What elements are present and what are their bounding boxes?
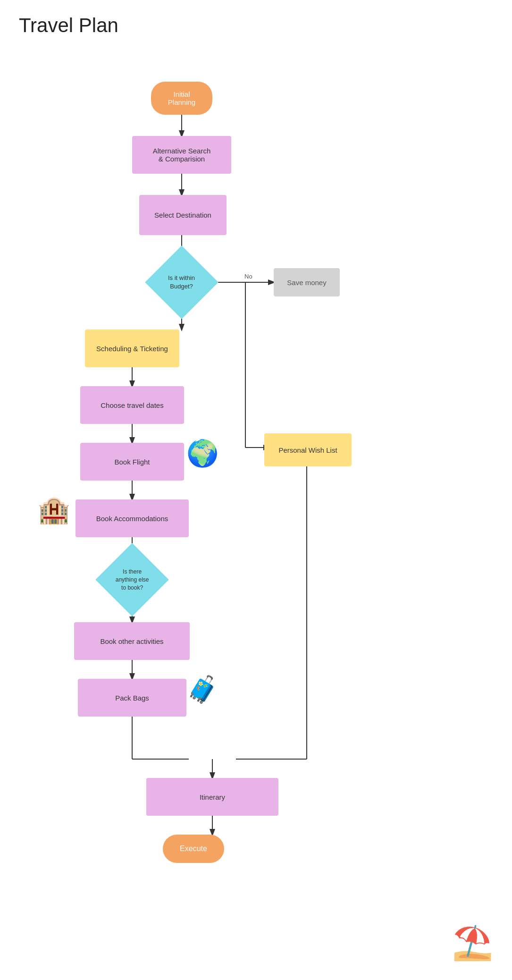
book-flight-node: Book Flight — [80, 443, 184, 481]
save-money-node: Save money — [274, 268, 340, 296]
book-accom-node: Book Accommodations — [76, 499, 189, 537]
hotel-icon: 🏨 — [38, 495, 70, 525]
page-title: Travel Plan — [0, 0, 512, 37]
flowchart: Initial Planning Alternative Search & Co… — [0, 37, 512, 980]
no-label: No — [244, 273, 252, 280]
initial-planning-node: Initial Planning — [151, 82, 212, 115]
luggage-icon: 🧳 — [186, 674, 219, 705]
select-dest-node: Select Destination — [139, 195, 227, 235]
personal-wish-node: Personal Wish List — [264, 433, 352, 466]
pack-bags-node: Pack Bags — [78, 679, 186, 717]
itinerary-node: Itinerary — [146, 778, 278, 816]
globe-icon: 🌍 — [186, 438, 219, 469]
scheduling-node: Scheduling & Ticketing — [85, 329, 179, 367]
travel-dates-node: Choose travel dates — [80, 386, 184, 424]
budget-diamond: Is it within Budget? — [153, 254, 210, 311]
alt-search-node: Alternative Search & Comparision — [132, 136, 231, 174]
beach-icon: ⛱️ — [452, 923, 493, 962]
else-diamond: Is there anything else to book? — [104, 551, 160, 608]
execute-node: Execute — [163, 835, 224, 863]
book-other-node: Book other activities — [74, 622, 190, 660]
